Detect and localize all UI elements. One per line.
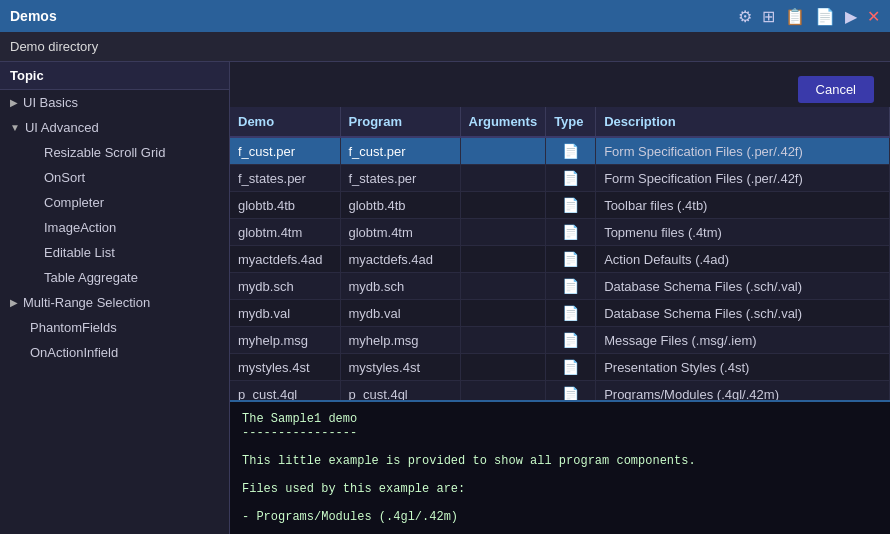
cell-type: 📄: [546, 165, 596, 192]
chevron-icon: [10, 97, 18, 108]
sidebar: Topic UI Basics ▼ UI Advanced Resizable …: [0, 62, 230, 534]
cell-description: Action Defaults (.4ad): [596, 246, 890, 273]
sidebar-item-label: Multi-Range Selection: [23, 295, 150, 310]
table-header-row: Demo Program Arguments Type Description: [230, 107, 890, 137]
sidebar-item-completer[interactable]: Completer: [0, 190, 229, 215]
cell-description: Form Specification Files (.per/.42f): [596, 165, 890, 192]
table-row[interactable]: mystyles.4stmystyles.4st📄Presentation St…: [230, 354, 890, 381]
chevron-icon: [10, 297, 18, 308]
cancel-button[interactable]: Cancel: [798, 76, 874, 103]
cell-type: 📄: [546, 219, 596, 246]
demo-dir-label: Demo directory: [10, 39, 98, 54]
sidebar-item-onsort[interactable]: OnSort: [0, 165, 229, 190]
demos-table: Demo Program Arguments Type Description …: [230, 107, 890, 400]
sidebar-item-multi-range-selection[interactable]: Multi-Range Selection: [0, 290, 229, 315]
cell-demo: mystyles.4st: [230, 354, 340, 381]
sidebar-item-editable-list[interactable]: Editable List: [0, 240, 229, 265]
file-type-icon: 📄: [562, 170, 579, 186]
cell-description: Toolbar files (.4tb): [596, 192, 890, 219]
cell-demo: globtb.4tb: [230, 192, 340, 219]
col-header-program[interactable]: Program: [340, 107, 460, 137]
file-type-icon: 📄: [562, 305, 579, 321]
cell-arguments: [460, 219, 546, 246]
main-area: Topic UI Basics ▼ UI Advanced Resizable …: [0, 62, 890, 534]
cell-description: Programs/Modules (.4gl/.42m): [596, 381, 890, 401]
sidebar-item-label: OnSort: [44, 170, 85, 185]
table-row[interactable]: globtb.4tbglobtb.4tb📄Toolbar files (.4tb…: [230, 192, 890, 219]
sidebar-item-label: ImageAction: [44, 220, 116, 235]
cell-demo: f_cust.per: [230, 137, 340, 165]
cell-demo: f_states.per: [230, 165, 340, 192]
demo-dir-bar: Demo directory: [0, 32, 890, 62]
cell-arguments: [460, 246, 546, 273]
play-icon[interactable]: ▶: [845, 7, 857, 26]
grid-icon[interactable]: ⊞: [762, 7, 775, 26]
sidebar-item-resizable-scroll-grid[interactable]: Resizable Scroll Grid: [0, 140, 229, 165]
table-body: f_cust.perf_cust.per📄Form Specification …: [230, 137, 890, 400]
cell-type: 📄: [546, 300, 596, 327]
file-type-icon: 📄: [562, 251, 579, 267]
sidebar-header: Topic: [0, 62, 229, 90]
cell-arguments: [460, 137, 546, 165]
page-icon[interactable]: 📄: [815, 7, 835, 26]
cell-program: mydb.val: [340, 300, 460, 327]
cell-demo: mydb.sch: [230, 273, 340, 300]
chevron-icon: ▼: [10, 122, 20, 133]
cell-arguments: [460, 354, 546, 381]
table-row[interactable]: f_cust.perf_cust.per📄Form Specification …: [230, 137, 890, 165]
gear-icon[interactable]: ⚙: [738, 7, 752, 26]
title-bar: Demos ⚙ ⊞ 📋 📄 ▶ ✕: [0, 0, 890, 32]
close-icon[interactable]: ✕: [867, 7, 880, 26]
table-row[interactable]: myactdefs.4admyactdefs.4ad📄Action Defaul…: [230, 246, 890, 273]
sidebar-item-label: Completer: [44, 195, 104, 210]
cell-program: myactdefs.4ad: [340, 246, 460, 273]
col-header-type[interactable]: Type: [546, 107, 596, 137]
cell-description: Presentation Styles (.4st): [596, 354, 890, 381]
table-row[interactable]: p_cust.4glp_cust.4gl📄Programs/Modules (.…: [230, 381, 890, 401]
col-header-description[interactable]: Description: [596, 107, 890, 137]
sidebar-item-phantomfields[interactable]: PhantomFields: [0, 315, 229, 340]
sidebar-item-label: UI Basics: [23, 95, 78, 110]
table-row[interactable]: mydb.schmydb.sch📄Database Schema Files (…: [230, 273, 890, 300]
right-panel: Cancel Demo Program Arguments Type Descr…: [230, 62, 890, 534]
col-header-demo[interactable]: Demo: [230, 107, 340, 137]
sidebar-item-ui-advanced[interactable]: ▼ UI Advanced: [0, 115, 229, 140]
cell-program: p_cust.4gl: [340, 381, 460, 401]
file-type-icon: 📄: [562, 224, 579, 240]
sidebar-item-ui-basics[interactable]: UI Basics: [0, 90, 229, 115]
table-container: Demo Program Arguments Type Description …: [230, 107, 890, 400]
sidebar-item-label: Table Aggregate: [44, 270, 138, 285]
sidebar-item-table-aggregate[interactable]: Table Aggregate: [0, 265, 229, 290]
cell-arguments: [460, 165, 546, 192]
cell-description: Message Files (.msg/.iem): [596, 327, 890, 354]
cell-program: myhelp.msg: [340, 327, 460, 354]
cell-demo: mydb.val: [230, 300, 340, 327]
sidebar-item-imageaction[interactable]: ImageAction: [0, 215, 229, 240]
cell-demo: globtm.4tm: [230, 219, 340, 246]
cell-description: Database Schema Files (.sch/.val): [596, 300, 890, 327]
table-row[interactable]: globtm.4tmglobtm.4tm📄Topmenu files (.4tm…: [230, 219, 890, 246]
sidebar-item-label: OnActionInfield: [30, 345, 118, 360]
cell-type: 📄: [546, 381, 596, 401]
table-row[interactable]: myhelp.msgmyhelp.msg📄Message Files (.msg…: [230, 327, 890, 354]
cell-program: mystyles.4st: [340, 354, 460, 381]
cell-type: 📄: [546, 273, 596, 300]
sidebar-item-label: UI Advanced: [25, 120, 99, 135]
document-icon[interactable]: 📋: [785, 7, 805, 26]
sidebar-item-onactioninfield[interactable]: OnActionInfield: [0, 340, 229, 365]
cell-program: globtb.4tb: [340, 192, 460, 219]
file-type-icon: 📄: [562, 359, 579, 375]
table-row[interactable]: mydb.valmydb.val📄Database Schema Files (…: [230, 300, 890, 327]
col-header-arguments[interactable]: Arguments: [460, 107, 546, 137]
cell-program: globtm.4tm: [340, 219, 460, 246]
cell-program: f_cust.per: [340, 137, 460, 165]
title-bar-left: Demos: [10, 8, 57, 24]
file-type-icon: 📄: [562, 197, 579, 213]
file-type-icon: 📄: [562, 278, 579, 294]
sidebar-item-label: PhantomFields: [30, 320, 117, 335]
cancel-area: Cancel: [230, 62, 890, 107]
cell-program: mydb.sch: [340, 273, 460, 300]
table-row[interactable]: f_states.perf_states.per📄Form Specificat…: [230, 165, 890, 192]
cell-type: 📄: [546, 192, 596, 219]
cell-demo: myhelp.msg: [230, 327, 340, 354]
